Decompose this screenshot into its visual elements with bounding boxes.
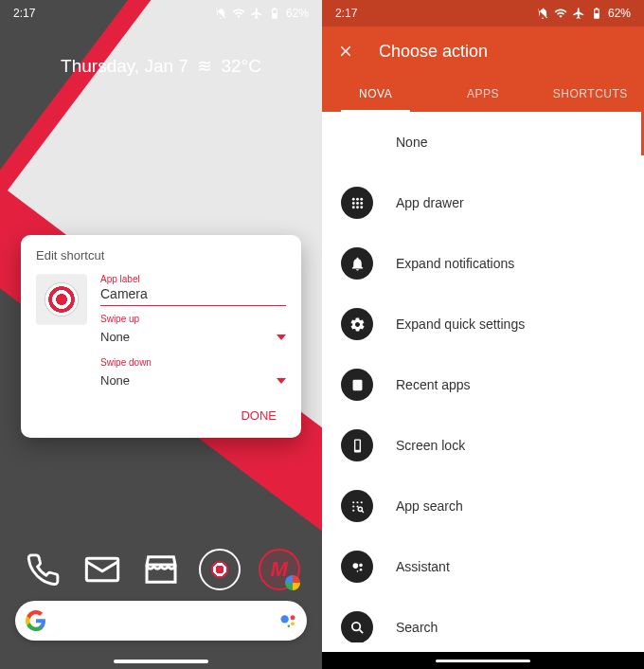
svg-point-28 [356,570,358,571]
assistant-icon [278,611,297,630]
choose-action-screen: 2:17 62% Choose action NOVA APPS SHORTCU… [322,0,644,669]
action-item-bell[interactable]: Expand notifications [322,233,644,294]
svg-point-5 [351,197,354,200]
grid-icon [341,187,373,219]
svg-point-20 [352,505,354,507]
dialog-title: Edit shortcut [36,248,286,262]
action-label: Recent apps [396,377,471,392]
google-icon [25,609,47,632]
apps-search-icon [341,490,373,522]
airplane-icon [250,7,263,20]
m-app-icon: M [259,549,300,590]
camera-icon [45,283,78,316]
airplane-icon [572,7,585,20]
mail-icon [83,551,121,588]
svg-point-2 [291,615,295,620]
dock-camera[interactable] [198,548,242,591]
svg-point-17 [352,501,354,503]
action-item-apps-search[interactable]: App search [322,476,644,536]
battery-pct: 62% [286,7,309,20]
svg-point-12 [356,206,359,208]
action-item-assistant[interactable]: Assistant [322,536,644,597]
chevron-down-icon [277,334,286,340]
dock-store[interactable] [139,548,183,591]
done-button[interactable]: DONE [231,403,286,428]
action-item-grid[interactable]: App drawer [322,172,644,233]
svg-point-3 [291,623,295,626]
app-header: Choose action NOVA APPS SHORTCUTS [322,27,644,112]
status-time: 2:17 [13,7,35,20]
dnd-icon [536,7,549,20]
svg-point-19 [360,501,362,503]
tabs: NOVA APPS SHORTCUTS [322,76,644,112]
recent-icon [341,369,373,401]
action-item-recent[interactable]: Recent apps [322,354,644,415]
battery-icon [268,7,281,20]
weather-icon: ≋ [197,55,212,77]
svg-point-7 [360,197,363,200]
wifi-icon [232,7,245,20]
nav-bar[interactable] [114,660,208,663]
swipe-up-select[interactable]: None [100,324,286,350]
svg-point-10 [360,202,363,205]
action-label: Expand notifications [396,256,514,271]
action-list[interactable]: NoneApp drawerExpand notificationsExpand… [322,112,644,642]
chrome-badge-icon [285,575,300,590]
svg-point-1 [281,615,289,623]
store-icon [142,551,180,588]
svg-point-18 [356,501,358,503]
action-label: App search [396,498,463,514]
app-label-caption: App label [100,274,286,284]
nav-bar[interactable] [322,652,644,669]
camera-icon [199,549,241,590]
action-item-search[interactable]: Search [322,597,644,642]
tab-shortcuts[interactable]: SHORTCUTS [537,76,644,112]
battery-pct: 62% [608,7,631,20]
status-bar: 2:17 62% [0,0,322,27]
svg-point-25 [352,563,358,569]
svg-point-8 [351,202,354,205]
dock-phone[interactable] [21,548,64,591]
phone-icon [25,551,61,588]
svg-rect-14 [352,379,362,389]
action-label: App drawer [396,195,464,210]
status-icons: 62% [536,7,631,20]
wifi-icon [554,7,567,20]
svg-rect-16 [355,440,359,449]
battery-icon [590,7,603,20]
date-widget[interactable]: Thursday, Jan 7 ≋ 32°C [0,55,322,77]
search-bar[interactable] [15,601,307,641]
status-icons: 62% [214,7,309,20]
home-screen: 2:17 62% Thursday, Jan 7 ≋ 32°C Edit sho… [0,0,322,669]
action-item-gear[interactable]: Expand quick settings [322,294,644,354]
action-label: Screen lock [396,438,465,453]
svg-point-11 [351,206,354,208]
close-icon[interactable] [337,43,354,60]
dnd-icon [214,7,227,20]
blank-icon [341,126,373,158]
chevron-down-icon [277,378,286,384]
svg-point-4 [288,625,291,628]
svg-line-24 [362,511,364,513]
svg-point-22 [352,509,354,511]
search-icon [341,611,373,642]
svg-point-26 [359,563,363,567]
status-bar: 2:17 62% [322,0,644,27]
edit-shortcut-dialog: Edit shortcut App label Camera Swipe up … [21,235,301,438]
action-label: Expand quick settings [396,316,525,332]
tab-apps[interactable]: APPS [429,76,536,112]
assistant-icon [341,551,373,583]
dock-mail[interactable] [80,548,124,591]
bell-icon [341,247,373,280]
phone-icon [341,429,373,461]
app-label-input[interactable]: Camera [100,284,286,306]
action-item-phone[interactable]: Screen lock [322,415,644,476]
dock-app-m[interactable]: M [258,548,301,591]
app-icon-preview[interactable] [36,274,87,325]
action-label: None [396,135,427,150]
tab-nova[interactable]: NOVA [322,76,429,112]
svg-point-9 [356,202,359,205]
svg-point-27 [359,569,362,571]
swipe-down-select[interactable]: None [100,368,286,393]
action-item-blank[interactable]: None [322,112,644,172]
